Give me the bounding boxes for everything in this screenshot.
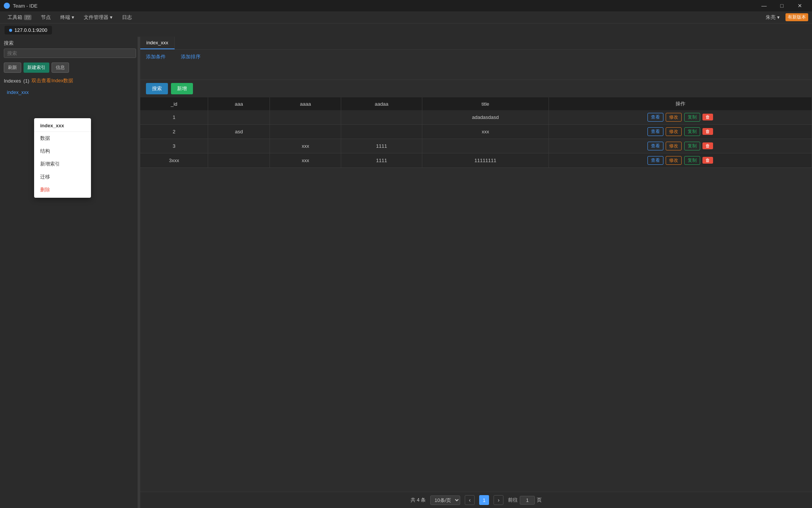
prev-page-button[interactable]: ‹ bbox=[465, 495, 475, 505]
search-label: 搜索 bbox=[4, 40, 136, 47]
table-row: 3xxx xxx 1111 11111111 查看 修改 复制 🗑 bbox=[140, 153, 812, 168]
table-header: _id aaa aaaa aadaa title 操作 bbox=[140, 97, 812, 110]
user-arrow: ▾ bbox=[777, 14, 780, 20]
data-table: _id aaa aaaa aadaa title 操作 1 adadasd bbox=[140, 97, 812, 168]
menu-log[interactable]: 日志 bbox=[118, 13, 136, 22]
col-title: title bbox=[422, 97, 549, 110]
close-button[interactable]: ✕ bbox=[791, 0, 808, 11]
update-badge[interactable]: 有新版本 bbox=[785, 13, 808, 21]
menu-toolbox[interactable]: 工具箱 77 bbox=[4, 13, 35, 22]
sidebar-actions: 刷新 新建索引 信息 bbox=[0, 61, 140, 76]
cell-ops: 查看 修改 复制 🗑 bbox=[549, 153, 812, 168]
indexes-link[interactable]: 双击查看Index数据 bbox=[31, 77, 73, 84]
cell-id: 3xxx bbox=[140, 153, 208, 168]
copy-button[interactable]: 复制 bbox=[684, 127, 700, 136]
add-button[interactable]: 新增 bbox=[171, 83, 193, 94]
context-menu-new-index[interactable]: 新增索引 bbox=[34, 158, 91, 170]
view-button[interactable]: 查看 bbox=[647, 113, 663, 122]
cell-id: 3 bbox=[140, 139, 208, 153]
main-content: index_xxx 添加条件 添加排序 搜索 新增 _id aaa aaaa bbox=[140, 37, 812, 508]
delete-button[interactable]: 🗑 bbox=[702, 142, 713, 149]
cell-aaaa bbox=[270, 110, 341, 125]
menu-log-label: 日志 bbox=[122, 14, 132, 21]
context-menu-delete[interactable]: 删除 bbox=[34, 183, 91, 196]
indexes-label: Indexes bbox=[4, 78, 21, 84]
info-button[interactable]: 信息 bbox=[52, 63, 69, 73]
refresh-button[interactable]: 刷新 bbox=[4, 63, 21, 73]
menu-nodes-label: 节点 bbox=[41, 14, 51, 21]
context-menu-migrate[interactable]: 迁移 bbox=[34, 170, 91, 183]
cell-aaa: asd bbox=[208, 125, 270, 139]
edit-button[interactable]: 修改 bbox=[666, 156, 682, 165]
goto-after-label: 页 bbox=[537, 497, 542, 503]
pagination-bar: 共 4 条 10条/页 ‹ 1 › 前往 页 bbox=[140, 492, 812, 508]
cell-ops: 查看 修改 复制 🗑 bbox=[549, 125, 812, 139]
add-sort-link[interactable]: 添加排序 bbox=[181, 53, 201, 60]
add-condition-link[interactable]: 添加条件 bbox=[146, 53, 166, 60]
user-info[interactable]: 朱亮 ▾ bbox=[766, 14, 780, 21]
server-address-text: 127.0.0.1:9200 bbox=[14, 27, 47, 33]
view-button[interactable]: 查看 bbox=[647, 156, 663, 165]
pagination-total: 共 4 条 bbox=[411, 497, 426, 503]
tab-label: index_xxx bbox=[146, 40, 168, 45]
toolbox-badge: 77 bbox=[24, 15, 31, 20]
context-menu-data[interactable]: 数据 bbox=[34, 132, 91, 145]
col-aaaa: aaaa bbox=[270, 97, 341, 110]
page-goto: 前往 页 bbox=[508, 496, 542, 505]
delete-button[interactable]: 🗑 bbox=[702, 157, 713, 164]
menu-terminal[interactable]: 终端 ▾ bbox=[56, 13, 78, 22]
tabs-bar: index_xxx bbox=[140, 37, 812, 50]
query-area: 添加条件 添加排序 bbox=[140, 50, 812, 80]
sidebar-resizer[interactable] bbox=[138, 37, 140, 508]
edit-button[interactable]: 修改 bbox=[666, 113, 682, 122]
search-button[interactable]: 搜索 bbox=[146, 83, 168, 94]
cell-id: 1 bbox=[140, 110, 208, 125]
cell-aaaa: xxx bbox=[270, 153, 341, 168]
view-button[interactable]: 查看 bbox=[647, 127, 663, 136]
menu-right: 朱亮 ▾ 有新版本 bbox=[766, 13, 808, 21]
sidebar-indexes: Indexes (1) 双击查看Index数据 bbox=[0, 76, 140, 86]
menu-filemanager-label: 文件管理器 bbox=[84, 14, 108, 21]
cell-title: xxx bbox=[422, 125, 549, 139]
query-links: 添加条件 添加排序 bbox=[146, 53, 806, 60]
context-menu: index_xxx 数据 结构 新增索引 迁移 删除 bbox=[34, 118, 91, 198]
search-input[interactable] bbox=[4, 48, 136, 58]
menu-nodes[interactable]: 节点 bbox=[37, 13, 55, 22]
cell-aadaa: 1111 bbox=[341, 153, 422, 168]
maximize-button[interactable]: □ bbox=[773, 0, 790, 11]
app-icon bbox=[4, 3, 10, 9]
table-body: 1 adadasdasd 查看 修改 复制 🗑 2 bbox=[140, 110, 812, 168]
cell-aaa bbox=[208, 110, 270, 125]
page-goto-input[interactable] bbox=[520, 496, 535, 505]
copy-button[interactable]: 复制 bbox=[684, 156, 700, 165]
delete-button[interactable]: 🗑 bbox=[702, 114, 713, 120]
edit-button[interactable]: 修改 bbox=[666, 142, 682, 150]
col-ops: 操作 bbox=[549, 97, 812, 110]
current-page: 1 bbox=[479, 495, 489, 505]
sidebar-tree: index_xxx bbox=[0, 86, 140, 99]
copy-button[interactable]: 复制 bbox=[684, 142, 700, 150]
menu-filemanager[interactable]: 文件管理器 ▾ bbox=[80, 13, 116, 22]
tree-item-index-xxx[interactable]: index_xxx bbox=[4, 88, 136, 97]
minimize-button[interactable]: — bbox=[756, 0, 773, 11]
delete-button[interactable]: 🗑 bbox=[702, 128, 713, 135]
edit-button[interactable]: 修改 bbox=[666, 127, 682, 136]
data-table-wrap: _id aaa aaaa aadaa title 操作 1 adadasd bbox=[140, 97, 812, 492]
sidebar: 搜索 刷新 新建索引 信息 Indexes (1) 双击查看Index数据 in… bbox=[0, 37, 140, 508]
copy-button[interactable]: 复制 bbox=[684, 113, 700, 122]
page-size-select[interactable]: 10条/页 bbox=[430, 495, 460, 505]
tab-index-xxx[interactable]: index_xxx bbox=[140, 37, 175, 49]
context-menu-structure[interactable]: 结构 bbox=[34, 145, 91, 158]
title-bar-controls: — □ ✕ bbox=[756, 0, 808, 11]
new-index-button[interactable]: 新建索引 bbox=[24, 63, 49, 73]
next-page-button[interactable]: › bbox=[494, 495, 503, 505]
sidebar-search-area: 搜索 bbox=[0, 37, 140, 61]
filemanager-arrow: ▾ bbox=[110, 14, 113, 20]
col-aadaa: aadaa bbox=[341, 97, 422, 110]
view-button[interactable]: 查看 bbox=[647, 142, 663, 150]
server-address[interactable]: 127.0.0.1:9200 bbox=[5, 26, 52, 34]
col-aaa: aaa bbox=[208, 97, 270, 110]
cell-aaaa: xxx bbox=[270, 139, 341, 153]
cell-ops: 查看 修改 复制 🗑 bbox=[549, 139, 812, 153]
cell-aadaa bbox=[341, 110, 422, 125]
